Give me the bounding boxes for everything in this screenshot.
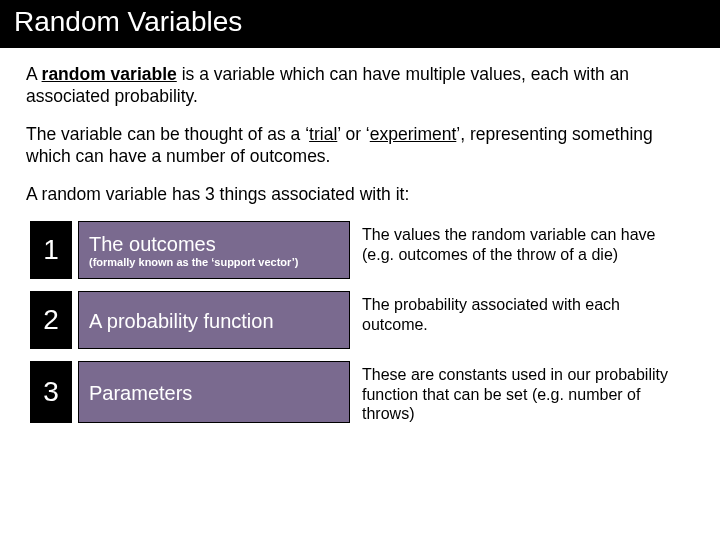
item-description: The probability associated with each out… [356,291,690,349]
item-label: A probability function [89,310,339,332]
list-item: 1 The outcomes (formally known as the ‘s… [30,221,690,279]
text: A [26,64,42,84]
text: The variable can be thought of as a ‘ [26,124,309,144]
item-description: These are constants used in our probabil… [356,361,690,423]
item-number: 2 [30,291,72,349]
intro-paragraph-2: The variable can be thought of as a ‘tri… [26,124,694,168]
item-sublabel: (formally known as the ‘support vector’) [89,256,339,268]
items-list: 1 The outcomes (formally known as the ‘s… [26,221,694,423]
item-label-box: A probability function [78,291,350,349]
list-item: 3 Parameters These are constants used in… [30,361,690,423]
item-description: The values the random variable can have … [356,221,690,279]
text: ’ or ‘ [337,124,369,144]
underline-trial: trial [309,124,337,144]
underline-experiment: experiment [370,124,457,144]
slide-content: A random variable is a variable which ca… [0,48,720,423]
item-label-box: The outcomes (formally known as the ‘sup… [78,221,350,279]
intro-paragraph-3: A random variable has 3 things associate… [26,184,694,206]
item-label: Parameters [89,382,339,404]
intro-paragraph-1: A random variable is a variable which ca… [26,64,694,108]
item-label-box: Parameters [78,361,350,423]
list-item: 2 A probability function The probability… [30,291,690,349]
item-label: The outcomes [89,233,339,255]
item-number: 3 [30,361,72,423]
term-random-variable: random variable [42,64,177,84]
item-number: 1 [30,221,72,279]
slide-title: Random Variables [0,0,720,48]
